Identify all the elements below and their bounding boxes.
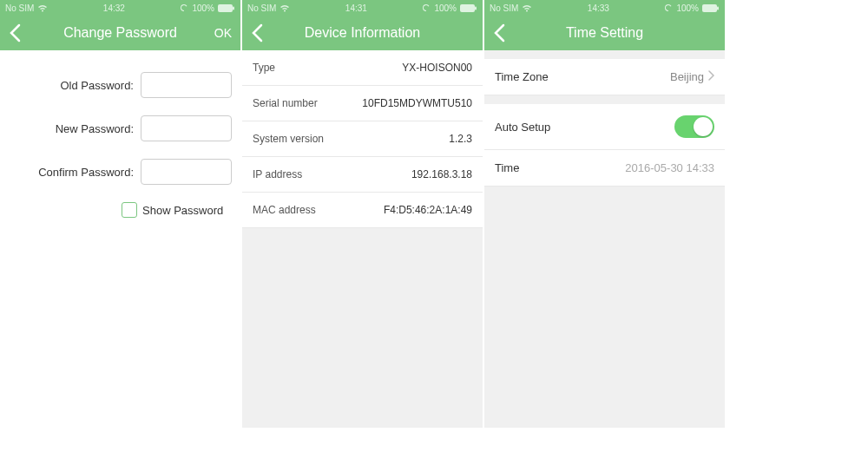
toggle-knob	[694, 117, 713, 136]
new-password-input[interactable]	[141, 115, 232, 141]
nav-bar: Change Password OK	[0, 16, 240, 50]
wifi-icon	[279, 4, 290, 12]
info-row-ip: IP address 192.168.3.18	[242, 157, 483, 193]
time-row: Time 2016-05-30 14:33	[484, 150, 725, 187]
screen-time-setting: No SIM 14:33 100% Time Setting Time Zone	[484, 0, 725, 428]
info-label: MAC address	[253, 204, 316, 216]
status-bar: No SIM 14:31 100%	[242, 0, 483, 16]
status-right: 100%	[180, 3, 235, 13]
autosetup-toggle[interactable]	[674, 115, 714, 138]
wifi-icon	[37, 4, 48, 12]
chevron-right-icon	[707, 70, 714, 83]
show-password-row: Show Password	[0, 193, 232, 218]
old-password-input[interactable]	[141, 72, 232, 98]
back-button[interactable]	[493, 23, 505, 43]
time-label: Time	[495, 161, 519, 174]
nav-title: Time Setting	[484, 25, 725, 41]
autosetup-row: Auto Setup	[484, 104, 725, 150]
old-password-row: Old Password:	[0, 63, 232, 107]
timezone-row[interactable]: Time Zone Beijing	[484, 59, 725, 95]
timezone-label: Time Zone	[495, 70, 549, 83]
battery-percent: 100%	[434, 3, 457, 13]
nav-title: Device Information	[242, 25, 483, 41]
svg-rect-5	[717, 6, 719, 10]
status-left: No SIM	[247, 3, 290, 13]
password-form: Old Password: New Password: Confirm Pass…	[0, 50, 240, 231]
confirm-password-input[interactable]	[141, 159, 232, 185]
status-right: 100%	[664, 3, 720, 13]
status-time: 14:33	[588, 3, 609, 13]
svg-rect-1	[233, 6, 234, 10]
ok-button[interactable]: OK	[214, 26, 232, 40]
status-time: 14:31	[345, 3, 367, 13]
svg-rect-4	[702, 4, 717, 12]
confirm-password-row: Confirm Password:	[0, 150, 232, 193]
battery-icon	[460, 4, 477, 12]
status-right: 100%	[422, 3, 477, 13]
status-left: No SIM	[490, 3, 532, 13]
svg-rect-3	[475, 6, 477, 10]
settings-gap	[484, 95, 725, 104]
refresh-icon	[422, 3, 431, 12]
info-label: System version	[253, 133, 324, 145]
new-password-row: New Password:	[0, 107, 232, 150]
new-password-label: New Password:	[56, 122, 134, 135]
timezone-value-group: Beijing	[670, 70, 714, 83]
refresh-icon	[664, 3, 673, 12]
settings-gap	[484, 50, 725, 59]
status-bar: No SIM 14:33 100%	[484, 0, 725, 16]
info-value: 192.168.3.18	[411, 168, 472, 180]
battery-icon	[702, 4, 720, 12]
carrier-label: No SIM	[490, 3, 518, 13]
info-value: 1.2.3	[449, 133, 472, 145]
info-list: Type YX-HOISON00 Serial number 10FD15MDY…	[242, 50, 483, 228]
info-label: Type	[253, 62, 275, 74]
confirm-password-label: Confirm Password:	[38, 166, 134, 179]
old-password-label: Old Password:	[60, 79, 134, 92]
battery-icon	[218, 4, 235, 12]
nav-bar: Time Setting	[484, 16, 725, 50]
battery-percent: 100%	[192, 3, 214, 13]
info-value: 10FD15MDYWMTU510	[362, 97, 472, 109]
svg-rect-0	[218, 4, 233, 12]
info-row-version: System version 1.2.3	[242, 121, 483, 157]
screen-device-info: No SIM 14:31 100% Device Information Typ…	[242, 0, 483, 428]
show-password-checkbox[interactable]	[122, 202, 137, 218]
info-value: YX-HOISON00	[402, 62, 472, 74]
info-row-serial: Serial number 10FD15MDYWMTU510	[242, 86, 483, 121]
back-button[interactable]	[9, 23, 21, 43]
timezone-value: Beijing	[670, 70, 704, 83]
info-label: IP address	[253, 168, 302, 180]
nav-title: Change Password	[0, 25, 240, 41]
status-time: 14:32	[103, 3, 125, 13]
info-row-mac: MAC address F4:D5:46:2A:1A:49	[242, 193, 483, 228]
carrier-label: No SIM	[5, 3, 34, 13]
time-value: 2016-05-30 14:33	[625, 161, 714, 174]
nav-bar: Device Information	[242, 16, 483, 50]
carrier-label: No SIM	[247, 3, 276, 13]
svg-rect-2	[460, 4, 475, 12]
content: Time Zone Beijing Auto Setup Time 2016-0…	[484, 50, 725, 428]
wifi-icon	[522, 4, 532, 12]
autosetup-label: Auto Setup	[495, 121, 550, 134]
refresh-icon	[180, 3, 188, 12]
status-left: No SIM	[5, 3, 48, 13]
back-button[interactable]	[251, 23, 263, 43]
show-password-label: Show Password	[142, 204, 223, 217]
info-value: F4:D5:46:2A:1A:49	[384, 204, 472, 216]
screen-change-password: No SIM 14:32 100% Change Password OK Old…	[0, 0, 240, 428]
info-row-type: Type YX-HOISON00	[242, 50, 483, 86]
battery-percent: 100%	[676, 3, 699, 13]
info-label: Serial number	[253, 97, 318, 109]
content: Old Password: New Password: Confirm Pass…	[0, 50, 240, 428]
content: Type YX-HOISON00 Serial number 10FD15MDY…	[242, 50, 483, 428]
status-bar: No SIM 14:32 100%	[0, 0, 240, 16]
